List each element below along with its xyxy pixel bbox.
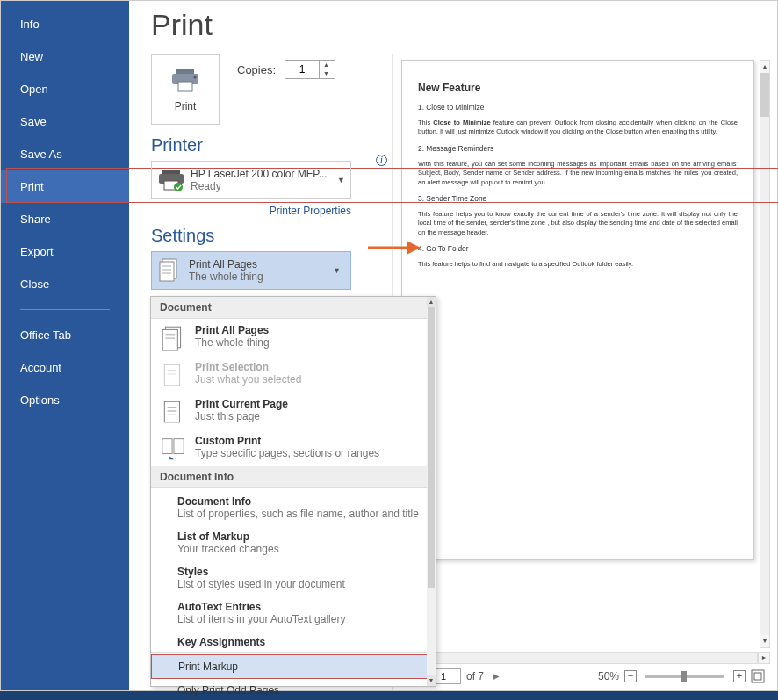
dropdown-item-autotext[interactable]: AutoText Entries List of items in your A… [151, 594, 436, 629]
printer-info-icon[interactable]: i [376, 155, 387, 166]
print-what-title: Print All Pages [189, 258, 321, 271]
svg-rect-13 [752, 670, 764, 682]
settings-section-title: Settings [151, 226, 391, 246]
svg-rect-14 [754, 673, 761, 680]
svg-marker-29 [407, 241, 421, 255]
preview-heading: New Feature [418, 82, 738, 94]
preview-page: New Feature 1. Close to Minimize This Cl… [401, 60, 754, 560]
svg-point-3 [194, 76, 197, 79]
pages-icon [157, 256, 182, 285]
next-page-button[interactable]: ► [489, 670, 503, 682]
dropdown-scrollbar[interactable]: ▲ ▼ [427, 297, 436, 686]
sidebar-item-export[interactable]: Export [1, 235, 129, 268]
sidebar-item-officetab[interactable]: Office Tab [1, 319, 129, 351]
svg-rect-2 [178, 82, 192, 91]
preview-s3-body: This feature helps you to know exactly t… [418, 210, 738, 238]
print-button[interactable]: Print [151, 54, 220, 125]
print-what-dropdown: Document Print All Pages The whole thing… [150, 296, 436, 687]
preview-s2-title: 2. Message Reminders [418, 144, 738, 155]
scroll-down-button[interactable]: ▼ [760, 635, 769, 647]
sidebar-divider [20, 309, 110, 310]
svg-rect-27 [174, 439, 184, 454]
sidebar-item-info[interactable]: Info [1, 8, 129, 40]
preview-s4-body: This feature helps to find and navigate … [418, 260, 738, 270]
fit-to-window-button[interactable] [751, 669, 765, 683]
printer-section-title: Printer [151, 135, 391, 155]
printer-selector[interactable]: HP LaserJet 200 color MFP... Ready ▼ [151, 161, 351, 199]
chevron-down-icon: ▼ [337, 176, 345, 184]
svg-rect-9 [160, 262, 174, 281]
scroll-right-button[interactable]: ► [758, 652, 770, 664]
dropdown-group-docinfo: Document Info [151, 466, 436, 488]
printer-icon [169, 67, 201, 93]
zoom-in-button[interactable]: + [733, 670, 746, 682]
sidebar-item-save[interactable]: Save [1, 105, 129, 138]
zoom-slider[interactable] [645, 675, 724, 678]
copies-spinner[interactable]: ▲ ▼ [285, 60, 335, 79]
print-button-label: Print [175, 100, 197, 112]
dropdown-item-print-all[interactable]: Print All Pages The whole thing [151, 319, 436, 356]
svg-rect-19 [164, 364, 179, 386]
svg-rect-26 [162, 439, 172, 454]
sidebar-item-print[interactable]: Print [1, 170, 129, 203]
printer-properties-link[interactable]: Printer Properties [151, 205, 351, 217]
sidebar-item-share[interactable]: Share [1, 203, 129, 235]
page-title: Print [129, 1, 777, 54]
svg-rect-16 [162, 329, 177, 350]
sidebar-item-close[interactable]: Close [1, 268, 129, 300]
scroll-up-button[interactable]: ▲ [760, 61, 769, 73]
preview-s3-title: 3. Sender Time Zone [418, 194, 738, 205]
dropdown-toggle-print-markup[interactable]: Print Markup [151, 654, 436, 679]
zoom-value: 50% [598, 670, 619, 682]
svg-rect-0 [176, 69, 194, 75]
sidebar-item-options[interactable]: Options [1, 384, 129, 416]
sidebar-item-open[interactable]: Open [1, 73, 129, 105]
printer-status: Ready [191, 180, 332, 192]
dropdown-item-styles[interactable]: Styles List of styles used in your docum… [151, 559, 436, 594]
zoom-out-button[interactable]: − [624, 670, 637, 682]
print-preview-pane: New Feature 1. Close to Minimize This Cl… [392, 54, 777, 690]
preview-status-bar: ◄ of 7 ► 50% − + [401, 664, 770, 689]
pages-range-icon [160, 435, 186, 461]
sidebar-item-new[interactable]: New [1, 40, 129, 73]
sidebar-item-account[interactable]: Account [1, 351, 129, 384]
copies-up[interactable]: ▲ [320, 61, 333, 69]
dropdown-toggle-odd-pages[interactable]: Only Print Odd Pages [151, 679, 436, 700]
dropdown-item-custom-print[interactable]: Custom Print Type specific pages, sectio… [151, 429, 436, 466]
svg-point-7 [174, 183, 183, 191]
print-what-sub: The whole thing [189, 271, 321, 283]
scroll-thumb[interactable] [760, 73, 769, 117]
page-total-label: of 7 [466, 670, 484, 682]
preview-s1-title: 1. Close to Minimize [418, 103, 738, 113]
preview-horizontal-scrollbar[interactable]: ◄ ► [401, 652, 770, 664]
svg-rect-22 [164, 401, 179, 422]
preview-s2-body: With this feature, you can set some inco… [418, 160, 738, 188]
preview-vertical-scrollbar[interactable]: ▲ ▼ [760, 60, 770, 648]
dropdown-item-markup-list[interactable]: List of Markup Your tracked changes [151, 523, 436, 559]
page-icon [160, 361, 186, 387]
copies-down[interactable]: ▼ [320, 69, 333, 78]
preview-s4-title: 4. Go To Folder [418, 244, 738, 255]
dropdown-item-print-selection: Print Selection Just what you selected [151, 356, 436, 393]
chevron-down-icon: ▼ [333, 266, 341, 275]
dropdown-item-docinfo[interactable]: Document Info List of properties, such a… [151, 488, 436, 523]
copies-input[interactable] [285, 63, 319, 76]
copies-label: Copies: [237, 63, 276, 76]
print-what-selector[interactable]: Print All Pages The whole thing ▼ [151, 251, 351, 290]
sidebar-item-saveas[interactable]: Save As [1, 138, 129, 170]
preview-s1-body: This Close to Minimize feature can preve… [418, 119, 738, 137]
pages-icon [160, 324, 186, 350]
dropdown-group-document: Document [151, 297, 436, 319]
dropdown-item-keyassign[interactable]: Key Assignments [151, 629, 436, 650]
annotation-arrow-icon [368, 240, 421, 256]
printer-name: HP LaserJet 200 color MFP... [191, 168, 332, 180]
sidebar: Info New Open Save Save As Print Share E… [1, 1, 129, 690]
dropdown-item-current-page[interactable]: Print Current Page Just this page [151, 393, 436, 429]
printer-status-icon [157, 168, 185, 192]
page-icon [160, 398, 186, 424]
